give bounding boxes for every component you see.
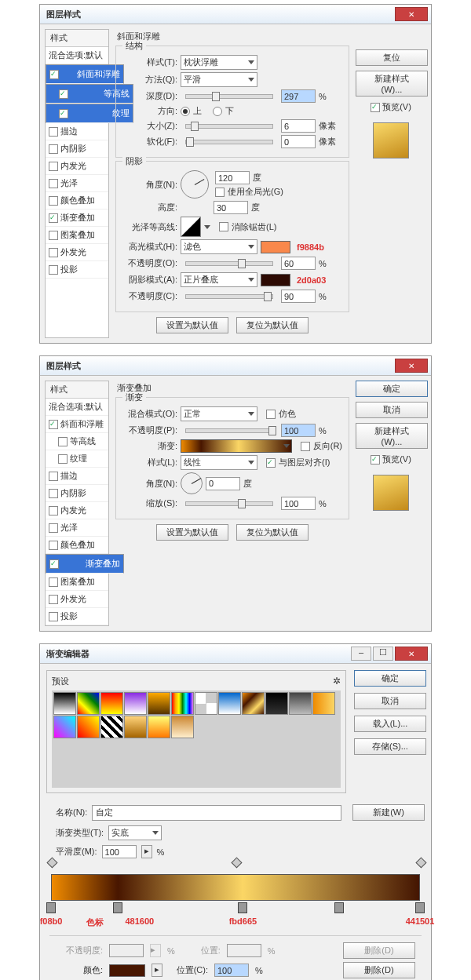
stop-color-swatch[interactable] bbox=[109, 964, 145, 977]
gloss-contour[interactable] bbox=[181, 217, 201, 237]
style-check[interactable] bbox=[49, 248, 58, 257]
blend-options-row[interactable]: 混合选项:默认 bbox=[46, 47, 108, 64]
make-default-button[interactable]: 设置为默认值 bbox=[156, 524, 228, 541]
preset-swatch[interactable] bbox=[195, 692, 217, 715]
preset-swatch[interactable] bbox=[171, 716, 194, 738]
highlight-mode-select[interactable]: 滤色 bbox=[181, 239, 257, 254]
opacity-stop[interactable] bbox=[46, 857, 57, 868]
gradient-picker[interactable] bbox=[181, 439, 292, 453]
style-check[interactable] bbox=[58, 437, 68, 446]
preset-swatch[interactable] bbox=[312, 692, 335, 715]
gradient-bar[interactable] bbox=[51, 874, 420, 901]
style-item[interactable]: 图案叠加 bbox=[46, 227, 108, 244]
highlight-color[interactable] bbox=[261, 241, 290, 253]
size-input[interactable]: 6 bbox=[281, 119, 316, 133]
style-check[interactable] bbox=[59, 109, 68, 118]
altitude-input[interactable]: 30 bbox=[214, 201, 248, 214]
preset-swatch[interactable] bbox=[100, 716, 123, 738]
style-check[interactable] bbox=[49, 162, 58, 171]
color-stop[interactable] bbox=[113, 902, 122, 913]
preset-swatch[interactable] bbox=[218, 692, 241, 715]
shadow-mode-select[interactable]: 正片叠底 bbox=[181, 272, 257, 287]
style-item[interactable]: 颜色叠加 bbox=[46, 537, 108, 554]
new-button[interactable]: 新建(W) bbox=[352, 804, 425, 821]
reset-default-button[interactable]: 复位为默认值 bbox=[236, 317, 309, 333]
style-check[interactable] bbox=[49, 577, 58, 587]
style-check[interactable] bbox=[49, 472, 58, 481]
titlebar[interactable]: 渐变编辑器 –☐✕ bbox=[40, 644, 431, 664]
depth-slider[interactable] bbox=[185, 94, 273, 99]
color-stepper[interactable]: ▸ bbox=[152, 964, 162, 977]
style-item[interactable]: 光泽 bbox=[46, 175, 108, 192]
grad-style-select[interactable]: 线性 bbox=[181, 455, 257, 470]
preset-swatch[interactable] bbox=[265, 692, 288, 715]
new-style-button[interactable]: 新建样式(W)... bbox=[356, 423, 428, 449]
style-item[interactable]: 内发光 bbox=[46, 158, 108, 175]
opacity-stops[interactable] bbox=[51, 860, 420, 869]
style-check[interactable] bbox=[49, 612, 58, 621]
preset-swatch[interactable] bbox=[53, 692, 76, 715]
preset-swatch[interactable] bbox=[148, 716, 170, 738]
style-check[interactable] bbox=[49, 265, 58, 275]
preset-swatch[interactable] bbox=[53, 716, 76, 738]
color-stop[interactable] bbox=[238, 902, 247, 913]
reset-button[interactable]: 复位 bbox=[356, 49, 428, 66]
color-stop[interactable] bbox=[46, 902, 56, 913]
align-check[interactable] bbox=[266, 458, 276, 468]
style-item[interactable]: 外发光 bbox=[46, 591, 108, 608]
color-stop[interactable] bbox=[334, 902, 344, 913]
load-button[interactable]: 载入(L)... bbox=[354, 716, 426, 732]
highlight-opacity-slider[interactable] bbox=[185, 261, 273, 266]
depth-input[interactable]: 297 bbox=[281, 89, 316, 103]
style-item[interactable]: 外发光 bbox=[46, 244, 108, 261]
size-slider[interactable] bbox=[185, 124, 273, 129]
style-item[interactable]: 颜色叠加 bbox=[46, 192, 108, 209]
style-item[interactable]: 斜面和浮雕 bbox=[46, 416, 108, 433]
style-item[interactable]: 渐变叠加 bbox=[46, 554, 124, 574]
save-button[interactable]: 存储(S)... bbox=[354, 738, 426, 755]
ok-button[interactable]: 确定 bbox=[356, 381, 428, 397]
style-item[interactable]: 描边 bbox=[46, 468, 108, 485]
preset-swatch[interactable] bbox=[148, 692, 170, 715]
style-item[interactable]: 投影 bbox=[46, 608, 108, 625]
reset-default-button[interactable]: 复位为默认值 bbox=[236, 524, 309, 541]
delete-color-button[interactable]: 删除(D) bbox=[343, 962, 415, 978]
style-check[interactable] bbox=[49, 127, 58, 137]
angle-input[interactable]: 0 bbox=[206, 477, 240, 490]
ok-button[interactable]: 确定 bbox=[354, 670, 426, 687]
style-check[interactable] bbox=[49, 559, 59, 569]
type-select[interactable]: 实底 bbox=[108, 825, 162, 840]
style-item[interactable]: 内阴影 bbox=[46, 485, 108, 502]
shadow-opacity-input[interactable]: 90 bbox=[281, 290, 316, 303]
preview-check[interactable] bbox=[371, 103, 380, 112]
antialias-check[interactable] bbox=[219, 222, 228, 231]
style-select[interactable]: 枕状浮雕 bbox=[181, 55, 257, 70]
style-check[interactable] bbox=[49, 595, 58, 604]
preset-swatch[interactable] bbox=[77, 716, 100, 738]
preset-swatch[interactable] bbox=[77, 692, 100, 715]
style-check[interactable] bbox=[49, 144, 58, 154]
preset-swatch[interactable] bbox=[289, 692, 312, 715]
scale-slider[interactable] bbox=[185, 501, 273, 506]
smoothness-input[interactable]: 100 bbox=[102, 845, 137, 858]
style-item[interactable]: 图案叠加 bbox=[46, 574, 108, 591]
style-check[interactable] bbox=[49, 420, 58, 429]
style-check[interactable] bbox=[58, 454, 68, 464]
style-check[interactable] bbox=[49, 523, 58, 533]
highlight-opacity-input[interactable]: 60 bbox=[281, 257, 316, 270]
color-location-input[interactable]: 100 bbox=[214, 964, 249, 977]
angle-dial[interactable] bbox=[181, 472, 203, 494]
style-item[interactable]: 光泽 bbox=[46, 519, 108, 537]
dither-check[interactable] bbox=[266, 410, 276, 419]
style-item[interactable]: 等高线 bbox=[46, 433, 108, 450]
angle-input[interactable]: 120 bbox=[215, 171, 250, 184]
style-check[interactable] bbox=[49, 231, 58, 240]
chevron-down-icon[interactable] bbox=[204, 225, 210, 229]
soften-input[interactable]: 0 bbox=[281, 135, 316, 148]
style-check[interactable] bbox=[49, 541, 58, 550]
cancel-button[interactable]: 取消 bbox=[356, 402, 428, 418]
close-icon[interactable]: ✕ bbox=[395, 647, 428, 661]
blend-options-row[interactable]: 混合选项:默认 bbox=[46, 399, 108, 416]
preset-swatch[interactable] bbox=[124, 692, 147, 715]
style-check[interactable] bbox=[49, 196, 58, 206]
